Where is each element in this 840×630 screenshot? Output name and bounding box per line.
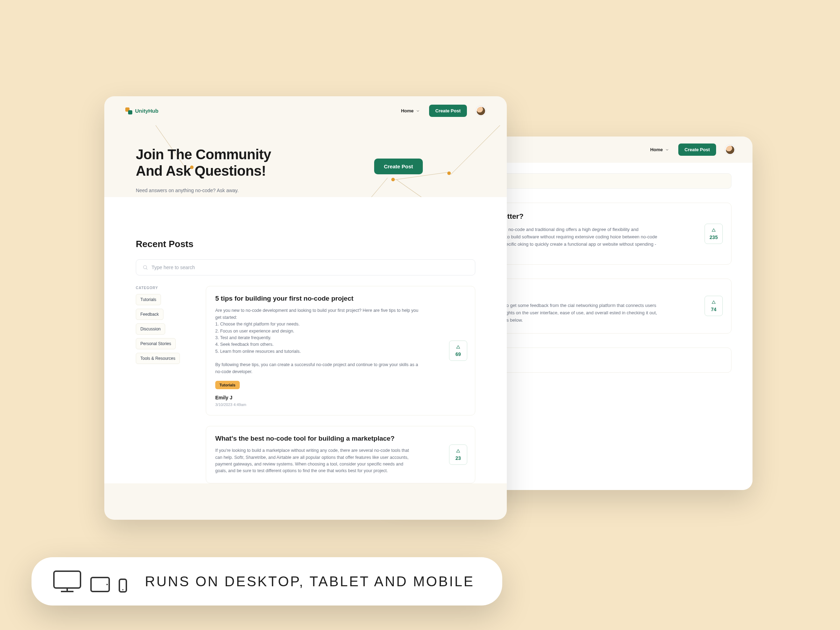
post-body: If you're looking to build a marketplace… [215,447,416,475]
search-placeholder: Type here to search [152,265,195,270]
category-discussion[interactable]: Discussion [136,324,165,335]
upvote-button[interactable]: 74 [704,296,723,316]
header: UnityHub Home Create Post [104,96,507,125]
upvote-button[interactable]: 69 [449,341,467,361]
hero: Join The Community And Ask Questions! Ne… [104,125,507,225]
recent-posts-heading: Recent Posts [136,239,475,249]
category-tools-resources[interactable]: Tools & Resources [136,353,180,364]
mobile-icon [118,578,127,593]
responsive-badge: RUNS ON DESKTOP, TABLET AND MOBILE [32,557,502,605]
upvote-count: 74 [711,306,717,312]
desktop-icon [52,570,82,593]
svg-point-0 [144,266,147,269]
nav-home-label: Home [650,147,663,152]
avatar[interactable] [725,145,735,155]
post-title: What's the best no-code tool for buildin… [215,435,466,442]
hero-title: Join The Community And Ask Questions! [136,146,304,179]
search-icon [142,265,148,270]
avatar[interactable] [476,106,486,116]
nav-home[interactable]: Home [398,106,423,115]
upvote-icon [711,227,717,233]
post-tag[interactable]: Tutorials [215,381,240,389]
brand-logo[interactable]: UnityHub [125,107,159,114]
logo-icon [125,107,132,114]
category-tutorials[interactable]: Tutorials [136,294,161,305]
upvote-count: 235 [709,235,717,240]
hero-create-post-button[interactable]: Create Post [374,159,423,174]
preview-window-desktop: UnityHub Home Create Post Join The Comm [104,96,507,520]
upvote-button[interactable]: 23 [449,445,467,465]
content: Recent Posts Type here to search CATEGOR… [104,225,507,483]
hero-subtitle: Need answers on anything no-code? Ask aw… [136,188,475,193]
upvote-icon [711,300,717,305]
upvote-icon [455,344,461,350]
chevron-down-icon [416,109,420,113]
category-personal-stories[interactable]: Personal Stories [136,338,176,349]
category-feedback[interactable]: Feedback [136,309,163,320]
post-card[interactable]: 5 tips for building your first no-code p… [206,286,475,415]
post-body: Are you new to no-code development and l… [215,307,421,375]
chevron-down-icon [665,148,669,152]
create-post-button[interactable]: Create Post [429,105,467,117]
upvote-count: 69 [455,351,461,357]
brand-name: UnityHub [135,108,159,114]
category-sidebar: CATEGORY Tutorials Feedback Discussion P… [136,286,192,368]
create-post-button[interactable]: Create Post [678,144,716,156]
nav-home-label: Home [401,108,414,114]
responsive-badge-text: RUNS ON DESKTOP, TABLET AND MOBILE [145,574,474,589]
search-input[interactable]: Type here to search [136,259,475,275]
nav-home[interactable]: Home [647,145,673,154]
svg-point-3 [106,584,108,585]
svg-rect-1 [54,571,81,588]
post-card[interactable]: What's the best no-code tool for buildin… [206,426,475,483]
post-timestamp: 3/10/2023 4:49am [215,403,466,407]
tablet-icon [90,576,111,593]
upvote-count: 23 [455,455,461,461]
post-author: Emily J [215,395,466,400]
upvote-button[interactable]: 235 [704,224,723,244]
svg-point-5 [122,589,123,591]
upvote-icon [455,448,461,454]
category-heading: CATEGORY [136,286,192,290]
device-icons [52,570,127,593]
post-list: 5 tips for building your first no-code p… [206,286,475,483]
post-title: 5 tips for building your first no-code p… [215,295,466,302]
